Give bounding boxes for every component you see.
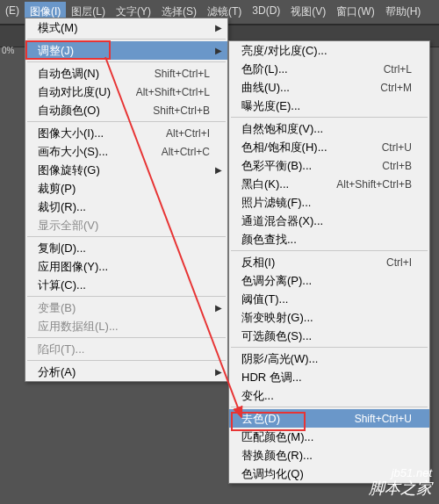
adjust-menu-separator (231, 407, 428, 407)
menu-item-label: 照片滤镜(F)... (241, 195, 412, 211)
image-menu-separator (27, 296, 226, 297)
menu-item-label: 自动颜色(O) (38, 103, 153, 119)
menu-item-label: 自动色调(N) (38, 66, 155, 82)
menu-item-label: 图像旋转(G) (38, 162, 210, 178)
menu-item-shortcut: Shift+Ctrl+B (153, 104, 210, 117)
image-menu-item-2-2[interactable]: 自动颜色(O)Shift+Ctrl+B (25, 101, 227, 119)
image-menu-item-2-1[interactable]: 自动对比度(U)Alt+Shift+Ctrl+L (25, 83, 227, 101)
adjust-menu-item-1-6[interactable]: 颜色查找... (229, 230, 429, 248)
adjust-menu-item-2-1[interactable]: 色调分离(P)... (229, 271, 429, 290)
menu-item-label: 画布大小(S)... (38, 144, 162, 160)
menu-item-label: 反相(I) (241, 255, 386, 270)
image-menu-separator (27, 39, 226, 40)
menubar-item-9[interactable]: 帮助(H) (380, 2, 427, 22)
menu-item-shortcut: Shift+Ctrl+U (355, 413, 412, 425)
adjust-menu-item-4-0[interactable]: 去色(D)Shift+Ctrl+U (229, 409, 429, 428)
menubar-item-8[interactable]: 窗口(W) (331, 2, 379, 22)
adjust-menu-item-3-1[interactable]: HDR 色调... (229, 368, 429, 386)
image-menu-item-6-0: 陷印(T)... (25, 340, 227, 358)
menu-item-label: 调整(J) (38, 43, 210, 59)
menubar-item-0[interactable]: (E) (0, 2, 25, 22)
image-menu-item-3-0[interactable]: 图像大小(I)...Alt+Ctrl+I (25, 124, 227, 142)
adjust-menu-item-0-0[interactable]: 亮度/对比度(C)... (229, 41, 429, 60)
image-menu-item-0-0[interactable]: 模式(M)▶ (25, 18, 227, 37)
adjust-menu-item-2-3[interactable]: 渐变映射(G)... (229, 308, 429, 327)
adjust-menu-item-4-1[interactable]: 匹配颜色(M)... (229, 428, 429, 446)
menu-item-shortcut: Shift+Ctrl+L (155, 68, 210, 80)
image-menu-item-3-2[interactable]: 图像旋转(G)▶ (25, 161, 227, 179)
menu-item-shortcut: Alt+Ctrl+I (166, 127, 210, 140)
menu-item-shortcut: Ctrl+I (386, 256, 412, 269)
adjust-menu-item-0-1[interactable]: 色阶(L)...Ctrl+L (229, 60, 429, 78)
menu-item-label: 色相/饱和度(H)... (241, 140, 382, 155)
image-menu-separator (27, 236, 226, 237)
image-menu-item-5-0: 变量(B)▶ (25, 299, 227, 317)
adjust-menu-separator (231, 117, 428, 118)
adjust-menu-item-2-4[interactable]: 可选颜色(S)... (229, 327, 429, 345)
image-menu-item-4-0[interactable]: 复制(D)... (25, 239, 227, 257)
image-menu-item-5-1: 应用数据组(L)... (25, 317, 227, 335)
menu-item-label: 色阶(L)... (241, 61, 384, 77)
menu-item-label: 应用图像(Y)... (38, 259, 210, 275)
adjust-menu-item-1-2[interactable]: 色彩平衡(B)...Ctrl+B (229, 156, 429, 175)
menu-item-label: 替换颜色(R)... (241, 448, 412, 464)
image-menu-item-1-0[interactable]: 调整(J)▶ (25, 41, 227, 60)
menu-item-label: 可选颜色(S)... (241, 328, 412, 344)
menu-item-label: 黑白(K)... (241, 176, 336, 192)
menu-item-label: 渐变映射(G)... (241, 310, 412, 326)
menu-item-shortcut: Ctrl+B (382, 160, 412, 172)
menu-item-shortcut: Alt+Ctrl+C (162, 146, 210, 158)
menu-item-label: 曝光度(E)... (241, 98, 412, 114)
menu-item-label: 裁剪(P) (38, 181, 210, 197)
image-menu-item-4-2[interactable]: 计算(C)... (25, 276, 227, 294)
menubar-item-7[interactable]: 视图(V) (285, 2, 331, 22)
menu-item-label: 颜色查找... (241, 232, 412, 248)
adjust-menu-item-0-3[interactable]: 曝光度(E)... (229, 97, 429, 115)
menu-item-label: 色调分离(P)... (241, 273, 412, 289)
menu-item-label: 通道混合器(X)... (241, 213, 412, 229)
menu-item-label: 阈值(T)... (241, 292, 412, 307)
image-menu-item-3-1[interactable]: 画布大小(S)...Alt+Ctrl+C (25, 142, 227, 161)
watermark-text: 脚本之家 (369, 478, 432, 499)
adjust-menu-item-1-4[interactable]: 照片滤镜(F)... (229, 193, 429, 212)
adjust-menu-item-1-3[interactable]: 黑白(K)...Alt+Shift+Ctrl+B (229, 175, 429, 193)
image-menu-separator (27, 337, 226, 338)
menu-item-label: 匹配颜色(M)... (241, 429, 412, 445)
menu-item-label: 显示全部(V) (38, 218, 210, 234)
adjust-menu-item-4-2[interactable]: 替换颜色(R)... (229, 446, 429, 464)
image-menu-item-3-3[interactable]: 裁剪(P) (25, 179, 227, 198)
adjust-menu-item-1-1[interactable]: 色相/饱和度(H)...Ctrl+U (229, 138, 429, 156)
adjust-menu-separator (231, 250, 428, 251)
menu-item-label: 去色(D) (241, 411, 355, 427)
adjust-menu-item-1-0[interactable]: 自然饱和度(V)... (229, 119, 429, 138)
image-menu: 模式(M)▶调整(J)▶自动色调(N)Shift+Ctrl+L自动对比度(U)A… (25, 18, 228, 382)
menu-item-label: 计算(C)... (38, 277, 210, 293)
submenu-arrow-icon: ▶ (215, 46, 222, 55)
image-menu-separator (27, 360, 226, 361)
submenu-arrow-icon: ▶ (215, 165, 222, 175)
adjust-menu-item-1-5[interactable]: 通道混合器(X)... (229, 212, 429, 230)
adjust-menu-item-3-2[interactable]: 变化... (229, 386, 429, 405)
menu-item-label: 模式(M) (38, 20, 210, 36)
menu-item-shortcut: Ctrl+M (380, 82, 412, 94)
menu-item-label: 变量(B) (38, 300, 210, 316)
image-menu-item-4-1[interactable]: 应用图像(Y)... (25, 257, 227, 276)
image-menu-separator (27, 121, 226, 122)
adjust-menu-item-0-2[interactable]: 曲线(U)...Ctrl+M (229, 78, 429, 97)
adjust-menu-item-2-0[interactable]: 反相(I)Ctrl+I (229, 253, 429, 271)
menu-item-label: 自然饱和度(V)... (241, 121, 412, 137)
menu-item-label: HDR 色调... (241, 370, 412, 385)
menu-item-label: 复制(D)... (38, 241, 210, 256)
image-menu-item-3-4[interactable]: 裁切(R)... (25, 198, 227, 216)
menu-item-shortcut: Alt+Shift+Ctrl+L (136, 86, 210, 98)
menu-item-label: 曲线(U)... (241, 80, 380, 96)
menu-item-label: 分析(A) (38, 364, 210, 380)
menubar-item-6[interactable]: 3D(D) (247, 2, 285, 22)
adjust-menu-item-3-0[interactable]: 阴影/高光(W)... (229, 349, 429, 368)
menu-item-shortcut: Ctrl+L (384, 63, 412, 76)
zoom-readout: 0% (0, 42, 26, 59)
adjust-menu-item-2-2[interactable]: 阈值(T)... (229, 290, 429, 308)
image-menu-item-7-0[interactable]: 分析(A)▶ (25, 363, 227, 381)
submenu-arrow-icon: ▶ (215, 367, 222, 377)
image-menu-item-2-0[interactable]: 自动色调(N)Shift+Ctrl+L (25, 64, 227, 83)
